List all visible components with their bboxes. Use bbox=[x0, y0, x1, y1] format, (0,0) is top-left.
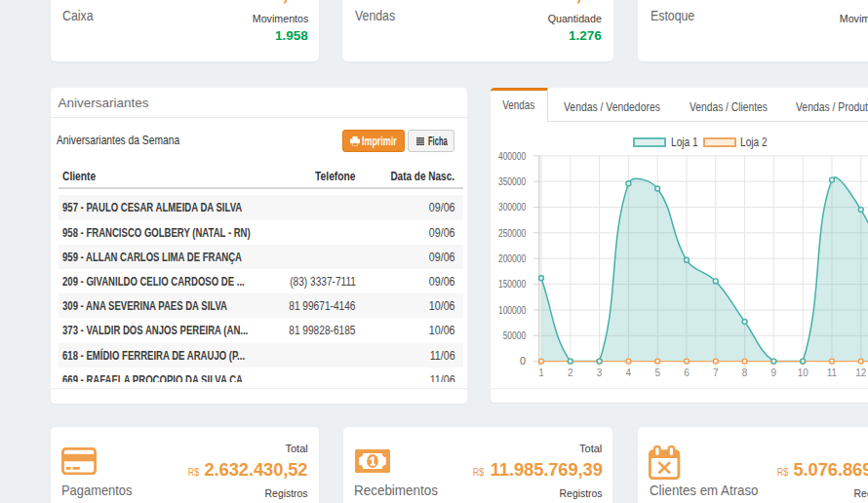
svg-text:7: 7 bbox=[713, 368, 719, 378]
svg-text:5: 5 bbox=[655, 368, 661, 378]
svg-text:3: 3 bbox=[597, 368, 603, 378]
svg-text:11: 11 bbox=[827, 368, 838, 378]
svg-text:250000: 250000 bbox=[498, 227, 526, 239]
svg-text:150000: 150000 bbox=[498, 278, 526, 290]
svg-text:10: 10 bbox=[798, 368, 809, 378]
svg-text:4: 4 bbox=[626, 368, 632, 378]
svg-text:50000: 50000 bbox=[503, 329, 526, 341]
svg-text:2: 2 bbox=[568, 368, 573, 378]
svg-text:400000: 400000 bbox=[498, 150, 526, 162]
svg-text:100000: 100000 bbox=[498, 304, 526, 316]
svg-text:350000: 350000 bbox=[498, 175, 526, 187]
svg-text:9: 9 bbox=[771, 368, 777, 378]
svg-text:200000: 200000 bbox=[498, 252, 526, 264]
svg-text:6: 6 bbox=[685, 368, 690, 378]
svg-text:1: 1 bbox=[539, 368, 545, 378]
svg-text:300000: 300000 bbox=[498, 201, 526, 213]
svg-text:12: 12 bbox=[856, 368, 868, 378]
svg-text:8: 8 bbox=[742, 368, 748, 378]
svg-text:0: 0 bbox=[520, 355, 526, 367]
